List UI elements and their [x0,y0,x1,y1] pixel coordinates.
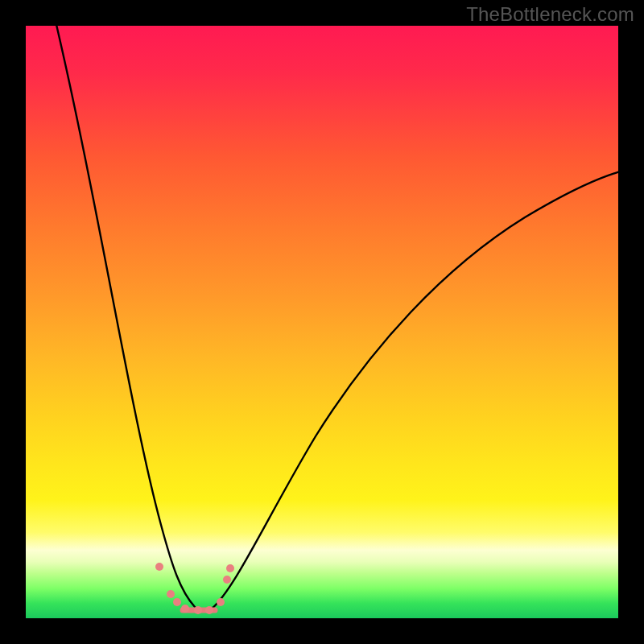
plot-area [26,26,618,618]
watermark-text: TheBottleneck.com [466,3,634,26]
chart-container: TheBottleneck.com [0,0,644,644]
marker-dot [217,598,225,606]
marker-dot [173,598,181,606]
curve-left-branch [55,26,195,607]
marker-dot [223,576,231,584]
marker-dot [155,563,163,571]
curve-right-branch [211,171,618,609]
marker-dot [205,606,213,614]
marker-dot [167,590,175,598]
marker-dot [194,606,202,614]
marker-dot [181,605,189,613]
bottleneck-curve-svg [26,26,618,618]
marker-dot [226,564,234,572]
